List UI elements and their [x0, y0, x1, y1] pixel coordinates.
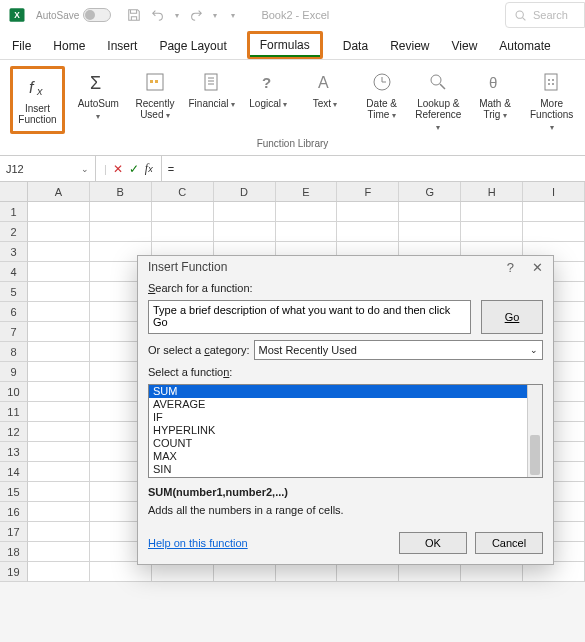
- fx-icon[interactable]: fx: [145, 161, 153, 176]
- cell[interactable]: [28, 322, 90, 342]
- column-header[interactable]: D: [214, 182, 276, 201]
- tab-home[interactable]: Home: [51, 33, 87, 59]
- dialog-titlebar[interactable]: Insert Function ? ✕: [138, 256, 553, 278]
- insert-function-button[interactable]: fxInsertFunction: [10, 66, 65, 134]
- function-list-item[interactable]: HYPERLINK: [149, 424, 527, 437]
- cell[interactable]: [28, 442, 90, 462]
- cell[interactable]: [399, 562, 461, 582]
- tab-formulas[interactable]: Formulas: [247, 31, 323, 59]
- redo-dropdown-icon[interactable]: ▾: [213, 11, 217, 20]
- category-select[interactable]: Most Recently Used ⌄: [254, 340, 544, 360]
- tab-automate[interactable]: Automate: [497, 33, 552, 59]
- date-time-button[interactable]: Date &Time: [358, 66, 405, 121]
- row-header[interactable]: 5: [0, 282, 28, 302]
- recently-used-button[interactable]: RecentlyUsed: [132, 66, 179, 121]
- name-box[interactable]: J12 ⌄: [0, 156, 96, 181]
- cell[interactable]: [523, 222, 585, 242]
- undo-dropdown-icon[interactable]: ▾: [175, 11, 179, 20]
- cell[interactable]: [152, 562, 214, 582]
- cell[interactable]: [523, 562, 585, 582]
- help-icon[interactable]: ?: [507, 260, 514, 275]
- go-button[interactable]: Go: [481, 300, 543, 334]
- cell[interactable]: [152, 222, 214, 242]
- ok-button[interactable]: OK: [399, 532, 467, 554]
- qat-overflow-icon[interactable]: ▾: [231, 11, 235, 20]
- function-list[interactable]: SUMAVERAGEIFHYPERLINKCOUNTMAXSIN: [148, 384, 543, 478]
- row-header[interactable]: 14: [0, 462, 28, 482]
- cell[interactable]: [337, 202, 399, 222]
- cell[interactable]: [399, 202, 461, 222]
- cell[interactable]: [276, 202, 338, 222]
- cell[interactable]: [399, 222, 461, 242]
- cell[interactable]: [214, 202, 276, 222]
- row-header[interactable]: 8: [0, 342, 28, 362]
- row-header[interactable]: 2: [0, 222, 28, 242]
- row-header[interactable]: 7: [0, 322, 28, 342]
- autosum-button[interactable]: ΣAutoSum: [75, 66, 122, 122]
- text-button[interactable]: AText: [302, 66, 349, 110]
- column-header[interactable]: E: [276, 182, 338, 201]
- tab-view[interactable]: View: [450, 33, 480, 59]
- function-list-item[interactable]: MAX: [149, 450, 527, 463]
- column-header[interactable]: F: [337, 182, 399, 201]
- search-box[interactable]: Search: [505, 2, 585, 28]
- column-header[interactable]: B: [90, 182, 152, 201]
- tab-insert[interactable]: Insert: [105, 33, 139, 59]
- cell[interactable]: [461, 202, 523, 222]
- cancel-button[interactable]: Cancel: [475, 532, 543, 554]
- cell[interactable]: [28, 302, 90, 322]
- function-list-item[interactable]: SUM: [149, 385, 527, 398]
- row-header[interactable]: 3: [0, 242, 28, 262]
- search-function-input[interactable]: [148, 300, 471, 334]
- formula-bar[interactable]: =: [162, 156, 585, 181]
- enter-formula-icon[interactable]: ✓: [129, 162, 139, 176]
- row-header[interactable]: 6: [0, 302, 28, 322]
- cell[interactable]: [214, 222, 276, 242]
- function-list-item[interactable]: SIN: [149, 463, 527, 476]
- function-list-item[interactable]: AVERAGE: [149, 398, 527, 411]
- column-header[interactable]: C: [152, 182, 214, 201]
- cell[interactable]: [214, 562, 276, 582]
- cell[interactable]: [28, 242, 90, 262]
- autosave-toggle[interactable]: AutoSave: [36, 8, 111, 22]
- cell[interactable]: [28, 502, 90, 522]
- scrollbar[interactable]: [527, 385, 542, 477]
- row-header[interactable]: 15: [0, 482, 28, 502]
- row-header[interactable]: 16: [0, 502, 28, 522]
- cell[interactable]: [523, 202, 585, 222]
- cell[interactable]: [337, 222, 399, 242]
- logical-button[interactable]: ?Logical: [245, 66, 292, 110]
- cell[interactable]: [90, 222, 152, 242]
- cell[interactable]: [28, 382, 90, 402]
- row-header[interactable]: 11: [0, 402, 28, 422]
- redo-icon[interactable]: [189, 8, 203, 22]
- cell[interactable]: [28, 202, 90, 222]
- select-all-corner[interactable]: [0, 182, 28, 201]
- cell[interactable]: [152, 202, 214, 222]
- undo-icon[interactable]: [151, 8, 165, 22]
- cell[interactable]: [28, 542, 90, 562]
- row-header[interactable]: 10: [0, 382, 28, 402]
- cell[interactable]: [28, 282, 90, 302]
- cell[interactable]: [337, 562, 399, 582]
- cell[interactable]: [28, 362, 90, 382]
- cell[interactable]: [28, 522, 90, 542]
- row-header[interactable]: 17: [0, 522, 28, 542]
- close-icon[interactable]: ✕: [532, 260, 543, 275]
- tab-data[interactable]: Data: [341, 33, 370, 59]
- cell[interactable]: [28, 462, 90, 482]
- more-functions-button[interactable]: MoreFunctions: [528, 66, 575, 133]
- math-trig-button[interactable]: θMath &Trig: [472, 66, 519, 121]
- cancel-formula-icon[interactable]: ✕: [113, 162, 123, 176]
- cell[interactable]: [28, 262, 90, 282]
- column-header[interactable]: G: [399, 182, 461, 201]
- tab-page-layout[interactable]: Page Layout: [157, 33, 228, 59]
- row-header[interactable]: 4: [0, 262, 28, 282]
- tab-review[interactable]: Review: [388, 33, 431, 59]
- row-header[interactable]: 18: [0, 542, 28, 562]
- column-header[interactable]: H: [461, 182, 523, 201]
- row-header[interactable]: 19: [0, 562, 28, 582]
- cell[interactable]: [28, 222, 90, 242]
- column-header[interactable]: A: [28, 182, 90, 201]
- help-link[interactable]: Help on this function: [148, 537, 248, 549]
